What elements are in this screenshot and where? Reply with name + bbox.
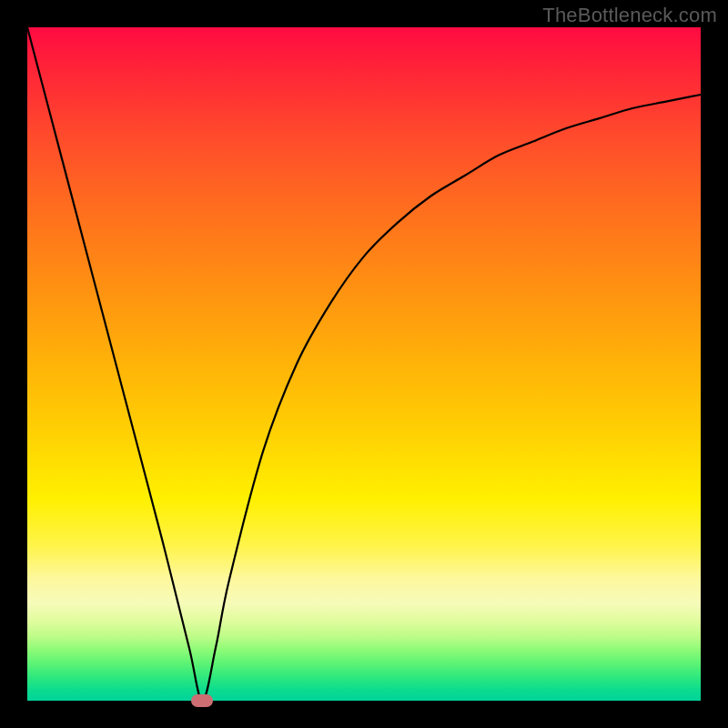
minimum-marker: [191, 694, 213, 707]
chart-frame: TheBottleneck.com: [0, 0, 728, 728]
watermark-text: TheBottleneck.com: [542, 4, 717, 27]
curve-path: [27, 27, 701, 701]
bottleneck-curve: [27, 27, 701, 701]
plot-area: [27, 27, 701, 701]
